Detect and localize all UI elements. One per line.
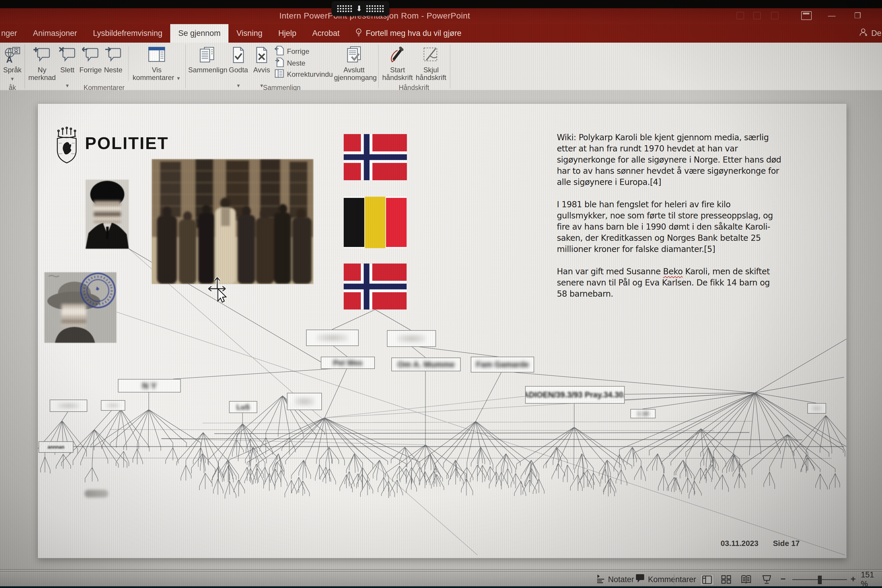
slideshow-icon xyxy=(762,575,772,584)
overlay-dock[interactable]: ⬇ xyxy=(332,1,389,16)
p3-line2: senere navn til Pål og Eva Karlsen. De f… xyxy=(557,277,832,288)
tab-lysbildefremvisning[interactable]: Lysbildefremvisning xyxy=(85,24,170,43)
avslutt-gjennomgang-button[interactable]: Avslutt gjennomgang xyxy=(334,43,374,83)
screen-bezel-top xyxy=(0,0,882,8)
reading-view-icon xyxy=(741,575,752,584)
zoom-slider-thumb[interactable] xyxy=(818,576,822,584)
wiki-paragraph-3: Han var gift med Susanne Beko Karoli, me… xyxy=(557,266,832,300)
tree-box-blurred[interactable]: LuS xyxy=(229,401,257,413)
avvis-label: Avvis xyxy=(251,66,272,74)
zoom-out-icon[interactable]: − xyxy=(781,574,786,584)
tab-hjelp[interactable]: Hjelp xyxy=(270,24,304,43)
minimize-icon[interactable]: — xyxy=(828,12,836,20)
notater-button[interactable]: Notater xyxy=(596,573,634,586)
tree-box-blurred[interactable]: 1 10 xyxy=(630,409,656,418)
norway-flag-2[interactable] xyxy=(344,263,406,311)
comment-delete-icon xyxy=(59,46,76,64)
tree-box-blurred[interactable]: N Y xyxy=(118,379,181,393)
p3-after: Karoli, men de skiftet xyxy=(682,267,770,276)
workspace: POLITIET xyxy=(0,90,882,570)
tab-acrobat[interactable]: Acrobat xyxy=(304,24,348,43)
window-edge-line xyxy=(0,571,882,572)
sammenlign-button[interactable]: Sammenlign xyxy=(188,43,226,83)
tab-overganger[interactable]: nger xyxy=(0,24,25,43)
korrekturvindu-label: Korrekturvindu xyxy=(287,70,333,78)
belgium-flag[interactable] xyxy=(344,196,406,249)
tree-box-blurred[interactable]: Fam Gamarde xyxy=(471,357,534,372)
tree-box-long-blurred[interactable]: RADIOEN/39.3/93 Pray.34.30.LI xyxy=(525,386,625,404)
tree-box-empty[interactable] xyxy=(50,399,87,412)
godta-button[interactable]: Godta ▼ xyxy=(227,43,250,83)
ny-merknad-button[interactable]: Ny merknad xyxy=(28,43,56,83)
ribbon: A Språk ▼ åk Ny merknad Slett ▼ Forrige xyxy=(0,43,882,91)
avvis-button[interactable]: Avvis ▼ xyxy=(251,43,272,83)
neste-endring-button[interactable]: Neste xyxy=(274,57,306,69)
reading-view-button[interactable] xyxy=(740,574,753,585)
neste-kommentar-button[interactable]: Neste xyxy=(104,43,123,83)
ny-merknad-label1: Ny xyxy=(28,66,56,74)
forrige-kommentar-button[interactable]: Forrige xyxy=(80,43,102,83)
start-ink-icon xyxy=(388,46,406,66)
share-person-icon xyxy=(859,27,869,39)
group-photo[interactable] xyxy=(152,159,314,285)
sprak-button[interactable]: A Språk ▼ xyxy=(1,43,24,83)
portrait-photo[interactable] xyxy=(86,180,129,250)
start-handskrift-button[interactable]: Start håndskrift xyxy=(382,43,413,83)
tab-se-gjennom[interactable]: Se gjennom xyxy=(170,24,228,43)
politiet-emblem[interactable] xyxy=(55,127,79,165)
accept-icon xyxy=(231,46,246,66)
dock-dots-left-icon xyxy=(337,5,352,12)
tree-box-empty[interactable] xyxy=(306,330,358,346)
vis-kommentarer-button[interactable]: Vis kommentarer ▼ xyxy=(132,43,182,83)
wiki-paragraph-1: Wiki: Polykarp Karoli ble kjent gjennom … xyxy=(557,132,832,188)
tree-box-empty[interactable] xyxy=(807,403,826,414)
tree-box-empty[interactable] xyxy=(387,330,436,347)
sprak-label: Språk xyxy=(1,66,24,74)
notes-icon xyxy=(596,574,605,585)
quick-access-icon[interactable] xyxy=(736,12,744,20)
slett-button[interactable]: Slett ▼ xyxy=(58,43,77,83)
tab-animasjoner[interactable]: Animasjoner xyxy=(25,24,85,43)
ribbon-display-options-icon[interactable] xyxy=(801,11,812,20)
share-button[interactable]: De xyxy=(859,24,882,43)
tree-box-blurred[interactable]: Pet Wes xyxy=(321,357,375,369)
tree-box-blurred[interactable]: annnan xyxy=(39,441,74,453)
tell-me-box[interactable]: Fortell meg hva du vil gjøre xyxy=(348,24,469,43)
group-separator xyxy=(185,44,186,88)
normal-view-button[interactable] xyxy=(700,574,714,585)
wiki-textbox[interactable]: Wiki: Polykarp Karoli ble kjent gjennom … xyxy=(557,132,832,300)
comment-add-icon xyxy=(33,46,51,64)
korrekturvindu-button[interactable]: Korrekturvindu xyxy=(274,69,333,80)
tree-box-empty[interactable] xyxy=(101,400,125,411)
norway-flag[interactable] xyxy=(344,134,407,182)
separator xyxy=(128,46,129,81)
zoom-level[interactable]: 151 % xyxy=(861,573,882,586)
tell-me-label: Fortell meg hva du vil gjøre xyxy=(366,29,462,38)
politiet-wordmark[interactable]: POLITIET xyxy=(85,133,169,153)
normal-view-icon xyxy=(702,575,712,584)
zoom-in-icon[interactable]: + xyxy=(850,574,856,584)
tab-visning[interactable]: Visning xyxy=(228,24,270,43)
restore-icon[interactable]: ❐ xyxy=(854,12,861,20)
skjul-handskrift-label1: Skjul xyxy=(414,66,447,74)
comment-next-icon xyxy=(105,46,122,64)
slideshow-button[interactable] xyxy=(760,574,773,585)
quick-access-icon[interactable] xyxy=(753,12,761,20)
skjul-handskrift-button[interactable]: Skjul håndskrift xyxy=(414,43,447,83)
tree-box-blurred[interactable]: Om A. Mumme xyxy=(392,357,461,371)
slide-canvas[interactable]: POLITIET xyxy=(38,104,847,558)
arrow-cursor xyxy=(218,289,226,302)
separator xyxy=(674,574,674,585)
translate-icon: A xyxy=(4,46,21,66)
forrige-label: Forrige xyxy=(80,66,102,74)
ribbon-tabs: nger Animasjoner Lysbildefremvisning Se … xyxy=(0,24,882,43)
forrige-endring-button[interactable]: Forrige xyxy=(274,46,309,57)
quick-access-icon[interactable] xyxy=(771,12,778,20)
wiki-paragraph-2: I 1981 ble han fengslet for heleri av fi… xyxy=(557,199,832,255)
slide-sorter-button[interactable] xyxy=(720,574,733,585)
passport-photo[interactable] xyxy=(44,272,116,344)
p3-before: Han var gift med Susanne xyxy=(557,267,663,276)
dock-arrow-down-icon: ⬇ xyxy=(356,5,363,12)
tree-box-empty[interactable] xyxy=(287,393,322,410)
kommentarer-button[interactable]: Kommentarer xyxy=(635,573,696,586)
